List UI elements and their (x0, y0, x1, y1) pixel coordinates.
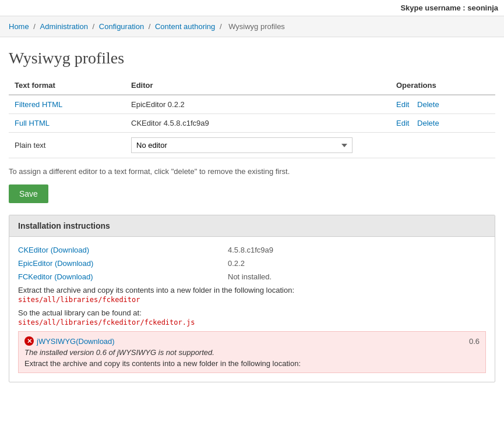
save-button[interactable]: Save (9, 184, 48, 203)
delete-filtered-html[interactable]: Delete (417, 100, 439, 109)
fckeditor-download[interactable]: (Download) (54, 272, 93, 281)
format-filtered-html: Filtered HTML (9, 95, 125, 114)
epiceditor-link[interactable]: EpicEditor (18, 259, 52, 268)
full-html-link[interactable]: Full HTML (15, 119, 50, 127)
editor-select-cell: No editor (125, 133, 390, 158)
jwysiwyg-error-row: ✕ jWYSIWYG (Download) 0.6 The installed … (18, 331, 486, 373)
ops-filtered-html: Edit Delete (390, 95, 495, 114)
fckeditor-path: sites/all/libraries/fckeditor (18, 296, 486, 304)
fckeditor-actual-text: So the actual library can be found at: (18, 308, 486, 317)
install-section: Installation instructions CKEditor (Down… (9, 215, 495, 382)
jwysiwyg-error-msg: The installed version 0.6 of jWYSIWYG is… (24, 348, 480, 357)
fckeditor-version: Not installed. (228, 272, 272, 281)
editor-ckeditor: CKEditor 4.5.8.c1fc9a9 (125, 114, 390, 133)
edit-full-html[interactable]: Edit (396, 119, 409, 127)
epiceditor-version: 0.2.2 (228, 259, 245, 268)
profiles-table: Text format Editor Operations Filtered H… (9, 76, 495, 158)
ckeditor-download[interactable]: (Download) (51, 246, 89, 254)
breadcrumb-content-authoring[interactable]: Content authoring (155, 22, 215, 31)
epiceditor-download[interactable]: (Download) (55, 259, 93, 268)
install-row-epiceditor: EpicEditor (Download) 0.2.2 (18, 259, 486, 268)
jwysiwyg-version: 0.6 (469, 337, 480, 346)
col-header-ops: Operations (390, 76, 495, 95)
fckeditor-full-path: sites/all/libraries/fckeditor/fckeditor.… (18, 318, 486, 326)
ops-plain-text (390, 133, 495, 158)
jwysiwyg-extract-text: Extract the archive and copy its content… (24, 359, 480, 368)
table-row: Full HTML CKEditor 4.5.8.c1fc9a9 Edit De… (9, 114, 495, 133)
edit-filtered-html[interactable]: Edit (396, 100, 409, 109)
breadcrumb: Home / Administration / Configuration / … (0, 16, 504, 37)
editor-dropdown[interactable]: No editor (131, 137, 353, 153)
filtered-html-link[interactable]: Filtered HTML (15, 100, 62, 109)
epiceditor-name-cell: EpicEditor (Download) (18, 259, 228, 268)
install-body: CKEditor (Download) 4.5.8.c1fc9a9 EpicEd… (9, 237, 495, 382)
jwysiwyg-download[interactable]: (Download) (76, 337, 114, 346)
format-full-html: Full HTML (9, 114, 125, 133)
breadcrumb-current: Wysiwyg profiles (228, 22, 285, 31)
format-plain-text: Plain text (9, 133, 125, 158)
delete-full-html[interactable]: Delete (417, 119, 439, 127)
install-row-ckeditor: CKEditor (Download) 4.5.8.c1fc9a9 (18, 246, 486, 254)
jwysiwyg-link[interactable]: jWYSIWYG (37, 337, 76, 346)
breadcrumb-home[interactable]: Home (9, 22, 29, 31)
ckeditor-name-cell: CKEditor (Download) (18, 246, 228, 254)
error-icon: ✕ (24, 336, 34, 346)
col-header-editor: Editor (125, 76, 390, 95)
breadcrumb-admin[interactable]: Administration (40, 22, 88, 31)
jwysiwyg-header: ✕ jWYSIWYG (Download) 0.6 (24, 336, 480, 346)
editor-epiceditor: EpicEditor 0.2.2 (125, 95, 390, 114)
table-row: Filtered HTML EpicEditor 0.2.2 Edit Dele… (9, 95, 495, 114)
top-bar: Skype username : seoninja (0, 0, 504, 16)
page-title: Wysiwyg profiles (0, 37, 504, 76)
col-header-format: Text format (9, 76, 125, 95)
table-row: Plain text No editor (9, 133, 495, 158)
fckeditor-link[interactable]: FCKeditor (18, 272, 52, 281)
skype-label: Skype username : seoninja (400, 3, 498, 12)
fckeditor-extract-text: Extract the archive and copy its content… (18, 286, 486, 294)
ops-full-html: Edit Delete (390, 114, 495, 133)
ckeditor-link[interactable]: CKEditor (18, 246, 48, 254)
install-row-fckeditor: FCKeditor (Download) Not installed. (18, 272, 486, 281)
fckeditor-name-cell: FCKeditor (Download) (18, 272, 228, 281)
hint-text: To assign a different editor to a text f… (9, 167, 495, 176)
install-header: Installation instructions (9, 215, 495, 237)
ckeditor-version: 4.5.8.c1fc9a9 (228, 246, 273, 254)
breadcrumb-config[interactable]: Configuration (99, 22, 144, 31)
